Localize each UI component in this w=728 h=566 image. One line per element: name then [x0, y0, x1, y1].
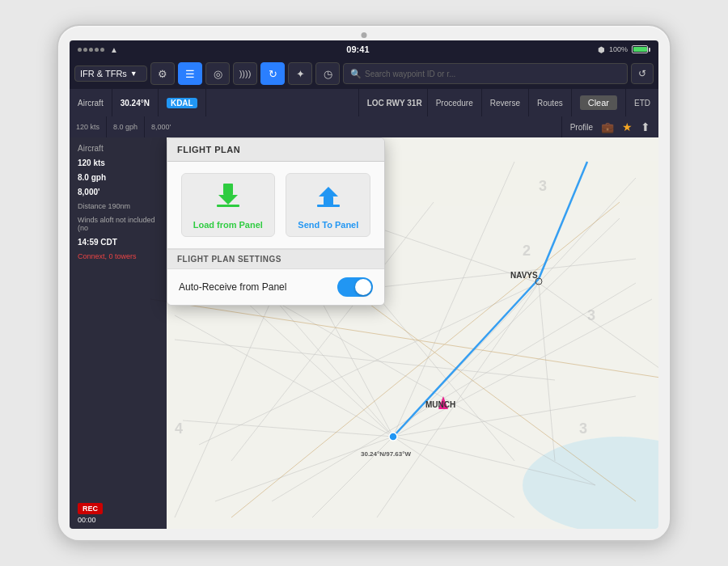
speed-sidebar-value: 120 kts — [78, 158, 105, 167]
share-icon[interactable]: ⬆ — [641, 120, 650, 133]
battery-icon — [632, 45, 650, 53]
coord-label: 30.24°N/97.63°W — [361, 450, 411, 458]
ipad-screen: ▲ 09:41 ⬢ 100% IFR & TFRs ▼ ⚙ — [70, 40, 658, 529]
search-icon: 🔍 — [350, 69, 362, 79]
speed-value: 120 kts — [76, 123, 99, 131]
aircraft-btn[interactable]: Aircraft — [70, 89, 112, 116]
rec-area: REC 00:00 — [74, 500, 162, 524]
fp-settings-header: FLIGHT PLAN SETTINGS — [167, 249, 384, 269]
search-bar[interactable]: 🔍 Search waypoint ID or r... — [343, 63, 628, 84]
load-label: Load from Panel — [193, 220, 263, 230]
send-to-panel-btn[interactable]: Send To Panel — [286, 173, 370, 237]
sync-button[interactable]: ↻ — [260, 62, 285, 85]
gear-icon: ⚙ — [158, 68, 167, 80]
auto-receive-toggle[interactable] — [337, 277, 373, 297]
grid-num-3: 3 — [579, 420, 587, 437]
signal-dot-4 — [95, 48, 99, 52]
procedure-label: Procedure — [436, 99, 473, 108]
search-placeholder: Search waypoint ID or r... — [365, 70, 455, 78]
time-text: 14:59 CDT — [78, 238, 117, 247]
winds-text: Winds aloft not included (no — [78, 216, 155, 232]
etd-btn[interactable]: ETD — [625, 89, 658, 116]
battery-fill — [633, 47, 647, 52]
star-icon: ✦ — [296, 68, 305, 80]
alt-sidebar-value: 8,000' — [78, 188, 99, 196]
svg-marker-40 — [319, 187, 338, 196]
procedure-btn[interactable]: Procedure — [427, 89, 481, 116]
flight-plan-popup: FLIGHT PLAN Load from Panel — [167, 137, 385, 306]
signal-dots — [78, 48, 104, 52]
airport-tag: KDAL — [167, 98, 197, 108]
bluetooth-icon: ⬢ — [598, 45, 605, 54]
sync-icon: ↻ — [269, 68, 277, 80]
fuel-value: 8.0 gph — [113, 123, 138, 131]
list-button[interactable]: ☰ — [178, 62, 202, 85]
auto-receive-row: Auto-Receive from Panel — [167, 269, 384, 305]
winds-info: Winds aloft not included (no — [74, 214, 162, 234]
radio-icon: ◎ — [214, 68, 222, 80]
bag-icon[interactable]: 💼 — [601, 121, 614, 133]
radio-button[interactable]: ◎ — [205, 62, 230, 85]
svg-rect-37 — [223, 184, 233, 195]
dropdown-label: IFR & TFRs — [80, 69, 127, 78]
coord-display: 30.24°N — [112, 89, 159, 116]
signal-dot-1 — [78, 48, 82, 52]
speed-display: 120 kts — [70, 116, 107, 137]
fp-buttons-area: Load from Panel Send To Panel — [167, 162, 384, 249]
fp-title: FLIGHT PLAN — [177, 145, 240, 154]
refresh-button[interactable]: ↺ — [631, 63, 654, 84]
fp-header: FLIGHT PLAN — [167, 138, 384, 162]
mic-icon: )))) — [239, 69, 252, 78]
loc-display: LOC RWY 31R — [358, 89, 427, 116]
status-bar-left: ▲ — [78, 45, 118, 54]
secondary-toolbar: Aircraft 30.24°N KDAL LOC RWY 31R Proced… — [70, 89, 658, 116]
ipad-frame: ▲ 09:41 ⬢ 100% IFR & TFRs ▼ ⚙ — [57, 24, 671, 542]
camera — [362, 32, 367, 38]
status-time: 09:41 — [346, 44, 369, 54]
battery-pct: 100% — [609, 45, 628, 53]
signal-dot-5 — [100, 48, 104, 52]
airport-tag-btn[interactable]: KDAL — [159, 89, 206, 116]
star-button[interactable]: ✦ — [288, 62, 312, 85]
aircraft-label: Aircraft — [78, 99, 104, 108]
layer-dropdown[interactable]: IFR & TFRs ▼ — [74, 65, 147, 82]
connext-display: Connext, 0 towers — [74, 251, 162, 262]
timer-display: 00:00 — [74, 516, 162, 524]
fuel-sidebar-value: 8.0 gph — [78, 173, 106, 182]
reverse-label: Reverse — [490, 99, 520, 108]
svg-rect-39 — [217, 205, 239, 207]
clear-btn[interactable]: Clear — [571, 89, 625, 116]
clock-icon: ◷ — [324, 68, 332, 80]
mic-button[interactable]: )))) — [233, 62, 257, 85]
aircraft-row: Aircraft — [74, 142, 162, 154]
signal-dot-2 — [83, 48, 87, 52]
clock-button[interactable]: ◷ — [315, 62, 340, 85]
coord-value: 30.24°N — [121, 99, 150, 108]
profile-btn[interactable]: Profile — [570, 123, 593, 132]
connext-text: Connext, 0 towers — [78, 252, 137, 260]
distance-info: Distance 190nm — [74, 201, 162, 212]
content-area: 3 3 3 4 2 NAVYS MUNCH 30.24°N/97.63°W Ai… — [70, 137, 658, 529]
fuel-row: 8.0 gph — [74, 171, 162, 184]
refresh-icon: ↺ — [638, 68, 646, 79]
load-icon — [214, 180, 243, 215]
profile-toolbar: Profile 💼 ★ ⬆ — [561, 116, 658, 137]
list-icon: ☰ — [185, 68, 195, 80]
clear-label: Clear — [580, 95, 617, 110]
left-sidebar: Aircraft 120 kts 8.0 gph 8,000' Distance… — [70, 137, 167, 529]
reverse-btn[interactable]: Reverse — [481, 89, 528, 116]
time-display: 14:59 CDT — [74, 236, 162, 248]
svg-point-35 — [389, 433, 397, 441]
distance-text: Distance 190nm — [78, 202, 130, 210]
munch-label: MUNCH — [425, 400, 455, 409]
status-bar-right: ⬢ 100% — [598, 45, 650, 54]
routes-btn[interactable]: Routes — [528, 89, 571, 116]
signal-dot-3 — [89, 48, 93, 52]
bookmark-icon[interactable]: ★ — [622, 120, 633, 133]
loc-label: LOC RWY 31R — [367, 99, 422, 108]
load-from-panel-btn[interactable]: Load from Panel — [181, 173, 275, 237]
send-label: Send To Panel — [298, 220, 358, 230]
gear-button[interactable]: ⚙ — [150, 62, 175, 85]
alt-row: 8,000' — [74, 186, 162, 198]
svg-marker-38 — [218, 195, 238, 205]
